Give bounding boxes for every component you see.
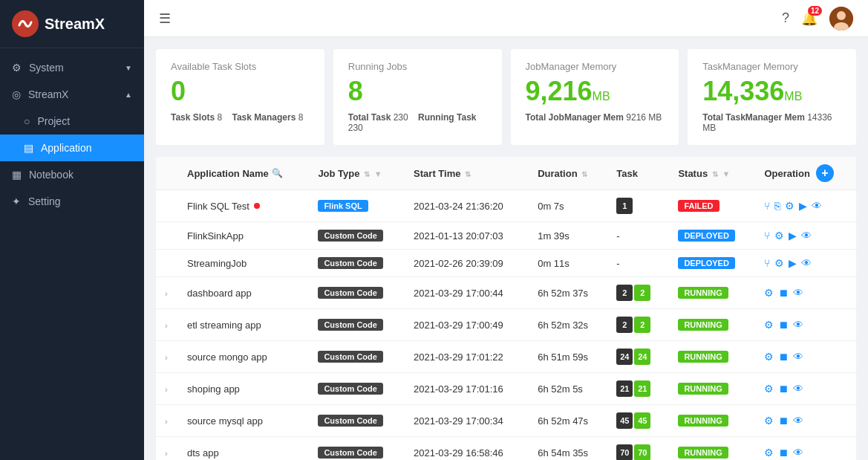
- operation-cell: ⚙⏹👁: [755, 309, 856, 341]
- view-icon[interactable]: 👁: [793, 447, 803, 459]
- expand-cell: [156, 190, 178, 222]
- start-time-cell: 2021-03-29 17:01:16: [405, 373, 529, 405]
- operation-cell: ⑂⎘⚙▶👁: [755, 190, 856, 222]
- sidebar-item-streamx[interactable]: ◎ StreamX ▲: [0, 81, 144, 108]
- view-icon[interactable]: 👁: [801, 230, 812, 242]
- add-application-button[interactable]: +: [816, 164, 834, 182]
- menu-icon[interactable]: ☰: [159, 10, 171, 27]
- expand-arrow-icon[interactable]: ›: [165, 417, 168, 426]
- job-type-cell: Custom Code: [309, 341, 405, 373]
- sidebar-item-setting[interactable]: ✦ Setting: [0, 188, 144, 215]
- status-sort-icon[interactable]: ⇅: [712, 170, 718, 178]
- settings-icon[interactable]: ⚙: [764, 319, 774, 331]
- col-start-time: Start Time ⇅: [405, 157, 529, 190]
- operation-cell: ⑂⚙▶👁: [755, 250, 856, 277]
- expand-cell: [156, 222, 178, 250]
- stop-icon[interactable]: ⏹: [778, 319, 789, 331]
- system-icon: ⚙: [12, 62, 22, 74]
- logo-icon: [12, 10, 39, 37]
- expand-arrow-icon[interactable]: ›: [165, 449, 168, 458]
- fork-icon[interactable]: ⑂: [764, 230, 770, 242]
- settings-icon[interactable]: ⚙: [764, 383, 774, 395]
- job-type-sort-icon[interactable]: ⇅: [364, 170, 370, 178]
- sidebar-item-system[interactable]: ⚙ System ▼: [0, 54, 144, 81]
- job-type-cell: Custom Code: [309, 250, 405, 277]
- settings-icon[interactable]: ⚙: [764, 287, 774, 299]
- table-row: ›shoping appCustom Code2021-03-29 17:01:…: [156, 373, 856, 405]
- job-type-cell: Custom Code: [309, 309, 405, 341]
- play-icon[interactable]: ▶: [799, 200, 807, 212]
- logo[interactable]: StreamX: [0, 0, 144, 48]
- view-icon[interactable]: 👁: [793, 351, 803, 363]
- settings-icon[interactable]: ⚙: [764, 415, 774, 427]
- operation-cell: ⚙⏹👁: [755, 437, 856, 461]
- play-icon[interactable]: ▶: [789, 230, 797, 242]
- avatar[interactable]: [829, 7, 853, 30]
- status-badge: RUNNING: [678, 415, 728, 427]
- stop-icon[interactable]: ⏹: [778, 287, 789, 299]
- content-area: Available Task Slots 0 Task Slots 8 Task…: [144, 37, 868, 460]
- sidebar-item-notebook[interactable]: ▦ Notebook: [0, 161, 144, 188]
- expand-arrow-icon[interactable]: ›: [165, 321, 168, 330]
- fork-icon[interactable]: ⑂: [764, 257, 770, 269]
- duration-cell: 6h 54m 35s: [529, 437, 607, 461]
- view-icon[interactable]: 👁: [793, 383, 803, 395]
- start-time-cell: 2021-03-29 17:00:49: [405, 309, 529, 341]
- status-filter-icon[interactable]: ▼: [722, 169, 730, 178]
- table-row: FlinkSinkAppCustom Code2021-01-13 20:07:…: [156, 222, 856, 250]
- job-type-cell: Custom Code: [309, 437, 405, 461]
- expand-arrow-icon[interactable]: ›: [165, 353, 168, 362]
- table-row: Flink SQL TestFlink SQL2021-03-24 21:36:…: [156, 190, 856, 222]
- app-name-cell: StreamingJob: [178, 250, 309, 277]
- view-icon[interactable]: 👁: [793, 415, 803, 427]
- duration-cell: 6h 52m 32s: [529, 309, 607, 341]
- stat-card-3: TaskManager Memory 14,336MB Total TaskMa…: [688, 49, 856, 145]
- job-type-cell: Custom Code: [309, 222, 405, 250]
- fork-icon[interactable]: ⑂: [764, 200, 770, 212]
- copy-icon[interactable]: ⎘: [774, 200, 780, 212]
- duration-cell: 0m 7s: [529, 190, 607, 222]
- duration-cell: 0m 11s: [529, 250, 607, 277]
- settings-icon[interactable]: ⚙: [764, 351, 774, 363]
- view-icon[interactable]: 👁: [801, 257, 812, 269]
- stat-footer-2: Total JobManager Mem 9216 MB: [526, 112, 665, 123]
- settings-icon[interactable]: ⚙: [774, 257, 784, 269]
- settings-icon[interactable]: ⚙: [764, 447, 774, 459]
- app-name-search-icon[interactable]: 🔍: [272, 168, 283, 178]
- play-icon[interactable]: ▶: [789, 257, 797, 269]
- job-type-filter-icon[interactable]: ▼: [374, 169, 382, 178]
- col-status: Status ⇅ ▼: [669, 157, 755, 190]
- stop-icon[interactable]: ⏹: [778, 351, 789, 363]
- col-duration: Duration ⇅: [529, 157, 607, 190]
- status-cell: DEPLOYED: [669, 250, 755, 277]
- stat-footer-1: Total Task 230 Running Task 230: [348, 112, 487, 133]
- notebook-icon: ▦: [12, 169, 22, 181]
- view-icon[interactable]: 👁: [812, 200, 822, 212]
- job-type-cell: Custom Code: [309, 277, 405, 309]
- sidebar-item-project[interactable]: ○ Project: [0, 108, 144, 135]
- stop-icon[interactable]: ⏹: [778, 383, 789, 395]
- task-cell: -: [607, 250, 669, 277]
- stat-label-1: Running Jobs: [348, 61, 487, 72]
- stat-value-2: 9,216MB: [526, 78, 665, 105]
- start-time-cell: 2021-03-29 17:00:34: [405, 405, 529, 437]
- expand-arrow-icon[interactable]: ›: [165, 385, 168, 394]
- stop-icon[interactable]: ⏹: [778, 447, 789, 459]
- sidebar: StreamX ⚙ System ▼ ◎ StreamX ▲ ○ Project…: [0, 0, 144, 460]
- stop-icon[interactable]: ⏹: [778, 415, 789, 427]
- status-cell: RUNNING: [669, 405, 755, 437]
- settings-icon[interactable]: ⚙: [774, 230, 784, 242]
- expand-arrow-icon[interactable]: ›: [165, 289, 168, 298]
- duration-sort-icon[interactable]: ⇅: [581, 170, 587, 178]
- view-icon[interactable]: 👁: [793, 287, 803, 299]
- stat-label-0: Available Task Slots: [171, 61, 310, 72]
- sidebar-item-application[interactable]: ▤ Application: [0, 135, 144, 161]
- notification-icon[interactable]: 🔔 12: [801, 10, 818, 27]
- status-cell: RUNNING: [669, 437, 755, 461]
- status-cell: DEPLOYED: [669, 222, 755, 250]
- settings-icon[interactable]: ⚙: [785, 200, 794, 212]
- help-icon[interactable]: ?: [782, 10, 789, 26]
- task-cell: 1: [607, 190, 669, 222]
- start-time-sort-icon[interactable]: ⇅: [465, 170, 471, 178]
- view-icon[interactable]: 👁: [793, 319, 803, 331]
